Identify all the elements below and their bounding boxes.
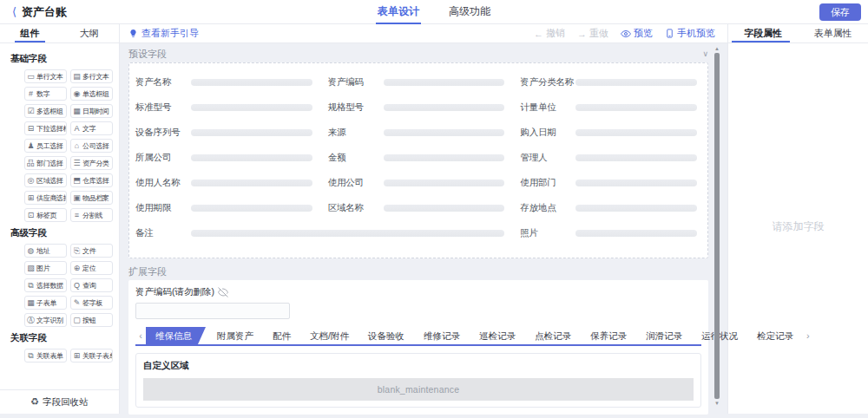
field-recycle-bin-button[interactable]: ♻ 字段回收站 — [0, 389, 119, 414]
preset-field-owning-company[interactable]: 所属公司 — [135, 153, 312, 162]
field-type-datetime[interactable]: ▦日期时间 — [70, 104, 113, 118]
field-type-related-subform[interactable]: ⊞关联子表单 — [70, 349, 113, 362]
preset-field-user-name[interactable]: 使用人名称 — [135, 179, 312, 187]
field-type-ocr[interactable]: Ⓐ文字识别 — [24, 313, 67, 327]
field-type-divider[interactable]: ≡分割线 — [70, 208, 113, 222]
field-type-image[interactable]: ▧图片 — [24, 261, 67, 275]
preset-field-spec-model[interactable]: 规格型号 — [328, 103, 505, 112]
collapse-chevron-icon[interactable]: ∨ — [702, 49, 708, 58]
tab-components[interactable]: 组件 — [0, 24, 60, 42]
tab-advanced-features[interactable]: 高级功能 — [447, 0, 492, 24]
preset-field-using-department[interactable]: 使用部门 — [520, 179, 697, 187]
field-type-checkbox-group[interactable]: ☑多选框组 — [24, 104, 67, 118]
tab-form-design[interactable]: 表单设计 — [376, 0, 421, 24]
mobile-preview-button[interactable]: 手机预览 — [665, 27, 715, 40]
preset-field-storage-location[interactable]: 存放地点 — [520, 204, 697, 212]
field-type-department-select[interactable]: 品部门选择 — [24, 156, 67, 170]
field-type-text[interactable]: A文字 — [70, 121, 113, 135]
field-type-single-line-text[interactable]: ▭单行文本 — [24, 69, 67, 83]
preset-field-asset-name[interactable]: 资产名称 — [135, 78, 312, 87]
bulb-icon — [128, 29, 138, 38]
field-type-label: 单选框组 — [82, 89, 109, 99]
field-type-radio-group[interactable]: ◉单选框组 — [70, 87, 113, 101]
asset-code-hidden-field[interactable]: 资产编码(请勿删除) — [135, 286, 701, 298]
asset-code-input[interactable] — [135, 303, 290, 319]
tab-documents[interactable]: 文档/附件 — [300, 327, 358, 344]
related-form-icon: ⧉ — [27, 351, 35, 361]
field-type-warehouse-select[interactable]: ⬒仓库选择 — [70, 173, 113, 187]
tab-field-properties[interactable]: 字段属性 — [728, 24, 799, 42]
preset-field-asset-code[interactable]: 资产编码 — [328, 78, 505, 87]
preset-field-usage-period[interactable]: 使用期限 — [135, 204, 312, 212]
tab-spot-check-records[interactable]: 点检记录 — [525, 327, 581, 344]
extended-fields-panel: 资产编码(请勿删除) ‹ 维保信息 附属资产 配件 文档/附件 设备验收 维修记… — [128, 280, 708, 415]
field-type-file[interactable]: ⎘文件 — [70, 244, 113, 258]
field-type-button[interactable]: ▢按钮 — [70, 313, 113, 327]
field-type-multi-line-text[interactable]: ▤多行文本 — [70, 69, 113, 83]
divider-icon: ≡ — [73, 211, 81, 219]
field-label: 来源 — [328, 127, 384, 139]
component-sidebar: 组件 大纲 基础字段 ▭单行文本 ▤多行文本 #数字 ◉单选框组 ☑多选框组 ▦… — [0, 24, 120, 414]
scroll-up-icon[interactable]: ▲ — [714, 45, 720, 52]
preset-field-source[interactable]: 来源 — [328, 128, 505, 137]
redo-button[interactable]: →重做 — [577, 27, 608, 40]
preset-field-serial-number[interactable]: 设备序列号 — [135, 128, 312, 137]
custom-area-dropzone[interactable]: blank_maintenance — [143, 378, 694, 401]
field-type-asset-category[interactable]: ☰资产分类 — [70, 156, 113, 170]
preset-field-manager[interactable]: 管理人 — [520, 153, 697, 162]
scrollbar-thumb[interactable] — [714, 53, 720, 399]
tab-attached-assets[interactable]: 附属资产 — [207, 327, 263, 344]
field-type-signature-pad[interactable]: ✎签字板 — [70, 296, 113, 310]
tab-parts[interactable]: 配件 — [263, 327, 300, 344]
field-type-company-select[interactable]: ⌂公司选择 — [70, 139, 113, 153]
field-type-select-data[interactable]: ⧉选择数据 — [24, 278, 67, 292]
tab-upkeep-records[interactable]: 保养记录 — [581, 327, 636, 344]
preset-field-unit[interactable]: 计量单位 — [520, 103, 697, 112]
preset-field-standard-model[interactable]: 标准型号 — [135, 103, 312, 112]
tabs-scroll-left-icon[interactable]: ‹ — [135, 327, 146, 344]
tab-calibration-records[interactable]: 检定记录 — [747, 327, 803, 344]
canvas-scrollbar[interactable]: ▲ ▼ — [713, 45, 720, 407]
field-type-number[interactable]: #数字 — [24, 87, 67, 101]
field-placeholder-bar — [575, 180, 697, 186]
tab-inspection-records[interactable]: 巡检记录 — [470, 327, 525, 344]
field-type-employee-select[interactable]: ♟员工选择 — [24, 139, 67, 153]
field-type-dropdown[interactable]: ⊟下拉选择框 — [24, 121, 67, 135]
undo-button[interactable]: ←撤销 — [534, 27, 565, 40]
field-type-region-select[interactable]: ◎区域选择 — [24, 173, 67, 187]
field-type-supplier-select[interactable]: ⊞供应商选择 — [24, 191, 67, 205]
preset-field-amount[interactable]: 金额 — [328, 153, 505, 162]
field-type-location[interactable]: ⊕定位 — [70, 261, 113, 275]
field-type-related-form[interactable]: ⧉关联表单 — [24, 349, 67, 362]
supplier-icon: ⊞ — [27, 193, 35, 202]
scroll-down-icon[interactable]: ▼ — [714, 400, 720, 407]
field-type-label: 下拉选择框 — [36, 124, 67, 134]
field-type-address[interactable]: ◍地址 — [24, 244, 67, 258]
advanced-fields-grid: ◍地址 ⎘文件 ▧图片 ⊕定位 ⧉选择数据 Q查询 ▦子表单 ✎签字板 Ⓐ文字识… — [24, 244, 114, 327]
field-type-tab-page[interactable]: ⊡标签页 — [24, 208, 67, 222]
building-icon: ⌂ — [73, 141, 81, 150]
preset-field-asset-category-name[interactable]: 资产分类名称 — [520, 78, 697, 87]
tab-lubrication-records[interactable]: 润滑记录 — [636, 327, 692, 344]
back-icon[interactable]: ⟨ — [12, 5, 16, 18]
preview-button[interactable]: 预览 — [621, 27, 653, 40]
field-type-label: 标签页 — [36, 211, 56, 220]
field-placeholder-bar — [191, 205, 312, 212]
preset-field-using-company[interactable]: 使用公司 — [328, 179, 505, 187]
field-type-query[interactable]: Q查询 — [70, 278, 113, 292]
tab-maintenance-info[interactable]: 维保信息 — [146, 327, 206, 344]
newbie-guide-link[interactable]: 查看新手引导 — [128, 27, 199, 40]
tab-form-properties[interactable]: 表单属性 — [799, 24, 868, 42]
save-button[interactable]: 保存 — [819, 3, 861, 21]
preset-field-region-name[interactable]: 区域名称 — [328, 204, 505, 212]
field-type-label: 员工选择 — [36, 141, 63, 151]
preset-field-purchase-date[interactable]: 购入日期 — [520, 128, 697, 137]
preset-field-remarks[interactable]: 备注 — [135, 229, 504, 238]
tab-repair-records[interactable]: 维修记录 — [414, 327, 470, 344]
tab-equipment-acceptance[interactable]: 设备验收 — [358, 327, 414, 344]
field-type-item-archive[interactable]: ▣物品档案 — [70, 191, 113, 205]
field-type-subform[interactable]: ▦子表单 — [24, 296, 67, 310]
preset-field-photo[interactable]: 照片 — [520, 229, 697, 238]
tab-outline[interactable]: 大纲 — [60, 24, 120, 42]
tabs-scroll-right-icon[interactable]: › — [803, 327, 813, 344]
